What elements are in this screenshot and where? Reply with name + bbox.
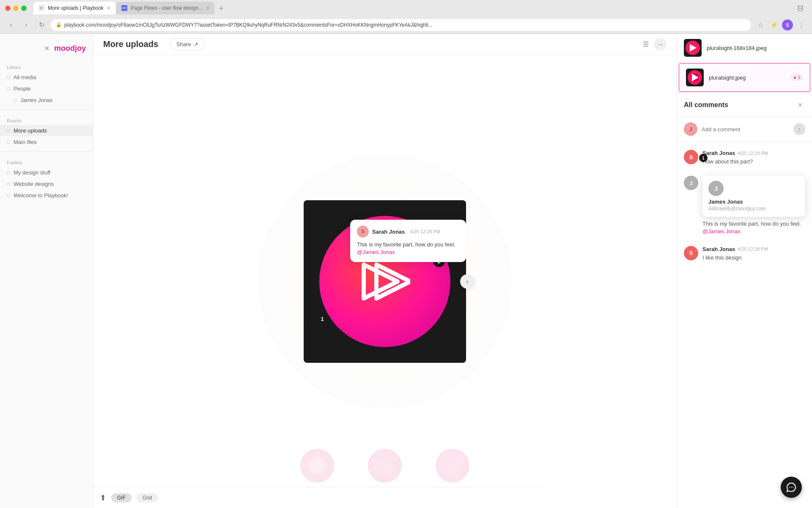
maximize-window-btn[interactable] (21, 6, 27, 11)
bottom-chip-grid[interactable]: Grid (137, 493, 158, 502)
tooltip-time: 4/25 12:28 PM (410, 229, 440, 234)
new-tab-btn[interactable]: + (215, 3, 227, 14)
file-item-1[interactable]: pluralsight-168x184.jpeg (677, 34, 812, 62)
address-text: playbook.com/moodjoy/oF8aow1mC6JgTsAzWWG… (64, 22, 746, 28)
sidebar-dot-people (7, 87, 10, 91)
comment-meta-1: Sarah Jonas 4/25 12:29 PM (702, 150, 805, 156)
comment-author-1: Sarah Jonas (702, 150, 735, 156)
comment-text-sarah-2: I like this design (702, 254, 805, 262)
main-image: S Sarah Jonas 4/25 12:28 PM This is my f… (304, 200, 466, 363)
list-view-btn[interactable]: ☰ (639, 38, 652, 51)
comment-send-btn[interactable]: ↑ (793, 123, 805, 135)
address-bar[interactable]: 🔒 playbook.com/moodjoy/oF8aow1mC6JgTsAzW… (51, 19, 751, 31)
file-thumb-1 (684, 39, 702, 57)
comment-time-sarah-2: 4/25 12:28 PM (738, 246, 768, 251)
sidebar-item-people[interactable]: People (0, 83, 93, 94)
sidebar-section-boards: Boards (0, 116, 93, 125)
menu-icon[interactable]: ⋮ (795, 19, 807, 31)
sidebar-item-website-designs[interactable]: Website designs (0, 178, 93, 190)
main-body: S Sarah Jonas 4/25 12:28 PM This is my f… (93, 55, 677, 508)
tab-pageflows[interactable]: PF Page Flows - user flow design... × (116, 2, 214, 14)
sidebar-label-main-files: Main files (14, 139, 37, 145)
comment-avatar-sarah-2: S (684, 246, 698, 260)
sidebar-item-more-uploads[interactable]: More uploads (0, 125, 93, 136)
sidebar-item-welcome-playbook[interactable]: Welcome to Playbook! (0, 190, 93, 201)
comment-time-1: 4/25 12:29 PM (738, 151, 768, 156)
sidebar-label-more-uploads: More uploads (14, 127, 47, 134)
sidebar-item-main-files[interactable]: Main files (0, 136, 93, 148)
file-comment-number: 3 (798, 75, 800, 80)
window-controls[interactable]: ⊟ (794, 2, 807, 14)
tab-title-playbook: More uploads | Playbook (48, 5, 104, 11)
tab-playbook[interactable]: P More uploads | Playbook × (33, 2, 115, 14)
sidebar-logo-area: ✕ moodjoy (0, 41, 93, 60)
file-comment-count: ● 3 (790, 74, 803, 81)
comments-panel: All comments × J ↑ S 1 (677, 93, 812, 508)
tab-close-pageflows[interactable]: × (206, 5, 209, 11)
comments-header: All comments × (677, 93, 812, 117)
tooltip-text: This is my favorite part, how do you fee… (357, 241, 459, 256)
chip-gif-label: GIF (117, 495, 126, 501)
reload-btn[interactable]: ↻ (36, 19, 47, 31)
user-popup-email: 448cee9b@moodjoy.com (708, 206, 799, 212)
sidebar-item-my-design-stuff[interactable]: My design stuff (0, 167, 93, 178)
sidebar-label-people: People (14, 86, 30, 92)
sidebar-close-btn[interactable]: ✕ (42, 44, 51, 53)
bottom-chip-gif[interactable]: GIF (111, 493, 132, 502)
sidebar-section-folders: Folders (0, 158, 93, 167)
tab-favicon-playbook: P (38, 5, 44, 11)
file-thumb-inner-2 (686, 69, 704, 86)
user-avatar[interactable]: S (782, 19, 793, 30)
comment-tooltip: S Sarah Jonas 4/25 12:28 PM This is my f… (350, 220, 466, 262)
share-button[interactable]: Share ↗ (170, 38, 205, 50)
profile-icon[interactable]: S (782, 19, 793, 31)
james-comment-text: This is my favorite part, how do you fee… (702, 221, 801, 227)
back-btn[interactable]: ‹ (5, 19, 17, 31)
comment-dot-icon: ● (793, 75, 796, 80)
comment-author-sarah-2: Sarah Jonas (702, 246, 735, 252)
bookmark-icon[interactable]: ☆ (754, 19, 766, 31)
tab-close-playbook[interactable]: × (107, 5, 110, 11)
view-toggle: ☰ → (639, 38, 667, 51)
comment-avatar-sarah-1: S (684, 150, 698, 164)
browser-toolbar: ‹ › ↻ 🔒 playbook.com/moodjoy/oF8aow1mC6J… (0, 16, 812, 34)
file-item-2[interactable]: pluralsight.jpeg ● 3 (679, 63, 810, 92)
share-label: Share (176, 41, 191, 47)
tab-title-pageflows: Page Flows - user flow design... (131, 5, 203, 11)
svg-text:PF: PF (122, 6, 126, 10)
sidebar-label-design: My design stuff (14, 169, 50, 176)
comments-close-btn[interactable]: × (795, 100, 805, 110)
main-image-container: S Sarah Jonas 4/25 12:28 PM This is my f… (304, 200, 466, 363)
james-comment-mention: @James Jonas (702, 228, 741, 235)
chip-grid-label: Grid (143, 495, 152, 501)
sidebar-dot-james (14, 99, 17, 102)
sidebar-dot-main-files (7, 141, 10, 144)
comment-text-james: This is my favorite part, how do you fee… (702, 220, 805, 235)
comment-badge-1[interactable]: 1 (316, 313, 328, 325)
sidebar-dot-design (7, 171, 10, 174)
current-user-avatar: J (684, 122, 697, 136)
tab-favicon-pageflows: PF (121, 5, 127, 11)
sidebar-item-all-media[interactable]: All media (0, 72, 93, 83)
next-image-btn[interactable]: › (460, 274, 475, 289)
forward-btn[interactable]: › (20, 19, 32, 31)
chat-button[interactable] (781, 477, 802, 498)
close-window-btn[interactable] (5, 6, 11, 11)
sidebar-dot-all-media (7, 76, 10, 79)
browser-titlebar: P More uploads | Playbook × PF Page Flow… (0, 0, 812, 16)
minimize-window-btn[interactable] (13, 6, 19, 11)
svg-marker-4 (364, 265, 398, 298)
next-btn[interactable]: → (654, 38, 667, 51)
tooltip-text-main: This is my favorite part, how do you fee… (357, 241, 455, 248)
comment-text-1: How about this part? (702, 158, 805, 166)
comment-input[interactable] (702, 126, 789, 133)
lock-icon: 🔒 (56, 22, 62, 28)
comments-list: S 1 Sarah Jonas 4/25 12:29 PM How about … (677, 141, 812, 508)
sidebar-item-james-jonas[interactable]: James Jonas (0, 94, 93, 106)
svg-point-13 (789, 487, 790, 488)
tooltip-avatar-initial: S (361, 229, 365, 235)
badge-1-label: 1 (321, 316, 324, 322)
extensions-icon[interactable]: ⚡ (768, 19, 780, 31)
file-list: pluralsight-168x184.jpeg (677, 34, 812, 93)
bottom-bar: ⬆ GIF Grid (93, 487, 541, 508)
